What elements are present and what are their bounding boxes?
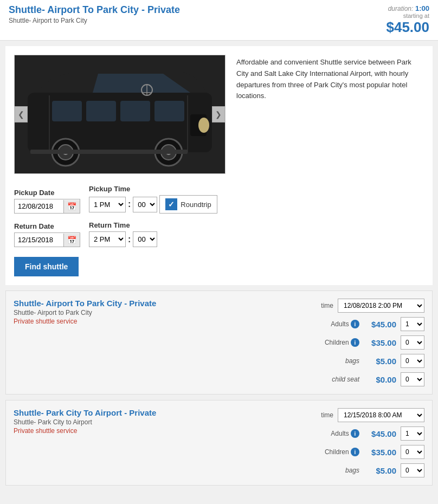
time-select-2[interactable]: 12/15/2018 8:00 AM — [338, 408, 424, 422]
time-colon-2: : — [128, 235, 131, 244]
children-label-2: Children i — [321, 448, 359, 456]
return-date-input-wrapper: 📅 — [14, 232, 80, 247]
bags-qty-1[interactable]: 01234 — [401, 354, 424, 368]
adults-label-1: Adults i — [321, 320, 359, 328]
pickup-row: Pickup Date 📅 Pickup Time 12 AM1 AM2 AM3… — [14, 185, 424, 214]
pickup-time-controls: 12 AM1 AM2 AM3 AM 4 AM5 AM6 AM7 AM 8 AM9… — [89, 195, 217, 214]
children-info-icon-2[interactable]: i — [351, 448, 359, 456]
child-seat-label-1: child seat — [321, 376, 359, 383]
roundtrip-label: Roundtrip — [181, 201, 211, 209]
bags-label-2: bags — [321, 467, 359, 474]
roundtrip-button[interactable]: ✓ Roundtrip — [159, 195, 217, 214]
children-qty-1[interactable]: 01234 — [401, 335, 424, 350]
pickup-min-select[interactable]: 00153045 — [133, 197, 157, 212]
adults-qty-1[interactable]: 012345 — [401, 317, 424, 331]
result-card-1: Shuttle- Airport To Park City - Private … — [5, 290, 433, 395]
return-time-label: Return Time — [89, 221, 157, 229]
child-seat-qty-1[interactable]: 0123 — [401, 372, 424, 386]
result-layout-1: Shuttle- Airport To Park City - Private … — [14, 299, 424, 386]
bags-qty-2[interactable]: 01234 — [401, 463, 424, 477]
pickup-time-label: Pickup Time — [89, 185, 217, 193]
children-row-2: Children i $35.00 01234 — [262, 445, 424, 459]
return-hour-select[interactable]: 12 AM1 AM2 AM3 AM 4 AM5 AM6 AM7 AM 8 AM9… — [89, 231, 126, 247]
header-right: duration: 1:00 starting at $45.00 — [386, 4, 429, 36]
result-controls-1: time 12/08/2018 2:00 PM Adults i $45.00 … — [262, 299, 424, 386]
pickup-date-group: Pickup Date 📅 — [14, 189, 80, 214]
svg-rect-4 — [154, 101, 184, 121]
header-left: Shuttle- Airport To Park City - Private … — [9, 4, 180, 24]
page-title: Shuttle- Airport To Park City - Private — [9, 4, 180, 16]
time-row-1: time 12/08/2018 2:00 PM — [262, 299, 424, 313]
result-info-2: Shuttle- Park City To Airport - Private … — [14, 408, 156, 435]
result-controls-2: time 12/15/2018 8:00 AM Adults i $45.00 … — [262, 408, 424, 477]
find-shuttle-button[interactable]: Find shuttle — [14, 257, 79, 276]
bags-row-2: bags $5.00 01234 — [262, 463, 424, 477]
return-row: Return Date 📅 Return Time 12 AM1 AM2 AM3… — [14, 221, 424, 247]
return-min-select[interactable]: 00153045 — [133, 231, 157, 247]
children-row-1: Children i $35.00 01234 — [262, 335, 424, 350]
duration-value: 1:00 — [415, 4, 429, 12]
pickup-time-group: Pickup Time 12 AM1 AM2 AM3 AM 4 AM5 AM6 … — [89, 185, 217, 214]
result-subtitle-2: Shuttle- Park City to Airport — [14, 418, 156, 426]
image-next-arrow[interactable]: ❯ — [212, 106, 225, 122]
pickup-date-input-wrapper: 📅 — [14, 199, 80, 214]
result-layout-2: Shuttle- Park City To Airport - Private … — [14, 408, 424, 477]
adults-info-icon-2[interactable]: i — [351, 429, 359, 438]
result-title-2[interactable]: Shuttle- Park City To Airport - Private — [14, 408, 156, 417]
children-label-1: Children i — [321, 338, 359, 347]
svg-rect-1 — [52, 101, 82, 121]
time-colon-1: : — [128, 199, 131, 209]
adults-price-1: $45.00 — [364, 320, 396, 329]
return-time-controls: 12 AM1 AM2 AM3 AM 4 AM5 AM6 AM7 AM 8 AM9… — [89, 231, 157, 247]
bags-price-1: $5.00 — [364, 357, 396, 366]
duration-label: duration: — [388, 5, 414, 12]
result-info-1: Shuttle- Airport To Park City - Private … — [14, 299, 156, 325]
time-label-2: time — [295, 411, 333, 419]
time-row-2: time 12/15/2018 8:00 AM — [262, 408, 424, 422]
adults-row-1: Adults i $45.00 012345 — [262, 317, 424, 331]
page-header: Shuttle- Airport To Park City - Private … — [0, 0, 438, 41]
roundtrip-checkmark: ✓ — [165, 198, 177, 210]
time-label-1: time — [295, 302, 333, 309]
pickup-date-calendar-icon[interactable]: 📅 — [63, 200, 80, 213]
children-info-icon-1[interactable]: i — [351, 338, 359, 347]
result-card-2: Shuttle- Park City To Airport - Private … — [5, 400, 433, 486]
pickup-hour-select[interactable]: 12 AM1 AM2 AM3 AM 4 AM5 AM6 AM7 AM 8 AM9… — [89, 197, 126, 212]
return-date-input[interactable] — [15, 233, 63, 247]
return-date-label: Return Date — [14, 222, 80, 230]
result-tag-1: Private shuttle service — [14, 318, 156, 325]
return-date-group: Return Date 📅 — [14, 222, 80, 247]
svg-rect-18 — [30, 150, 188, 154]
children-price-1: $35.00 — [364, 338, 396, 347]
image-prev-arrow[interactable]: ❮ — [15, 106, 28, 122]
bags-price-2: $5.00 — [364, 466, 396, 475]
svg-rect-2 — [86, 101, 116, 121]
bags-row-1: bags $5.00 01234 — [262, 354, 424, 368]
pickup-date-label: Pickup Date — [14, 189, 80, 197]
result-title-1[interactable]: Shuttle- Airport To Park City - Private — [14, 299, 156, 308]
booking-form: Pickup Date 📅 Pickup Time 12 AM1 AM2 AM3… — [14, 185, 424, 276]
return-time-group: Return Time 12 AM1 AM2 AM3 AM 4 AM5 AM6 … — [89, 221, 157, 247]
time-select-1[interactable]: 12/08/2018 2:00 PM — [338, 299, 424, 313]
result-tag-2: Private shuttle service — [14, 427, 156, 435]
svg-point-6 — [198, 118, 209, 133]
shuttle-image: ❮ ❯ — [14, 55, 226, 174]
page-subtitle: Shuttle- Airport to Park City — [9, 17, 180, 24]
image-description-section: ❮ ❯ Affordable and convenient Shuttle se… — [14, 55, 424, 174]
return-date-calendar-icon[interactable]: 📅 — [63, 234, 80, 247]
description-text: Affordable and convenient Shuttle servic… — [236, 55, 424, 174]
starting-label: starting at — [386, 12, 429, 19]
adults-row-2: Adults i $45.00 012345 — [262, 427, 424, 441]
result-subtitle-1: Shuttle- Airport to Park City — [14, 309, 156, 316]
children-qty-2[interactable]: 01234 — [401, 445, 424, 459]
child-seat-row-1: child seat $0.00 0123 — [262, 372, 424, 386]
adults-qty-2[interactable]: 012345 — [401, 427, 424, 441]
pickup-date-input[interactable] — [15, 199, 63, 213]
van-svg — [22, 60, 217, 169]
adults-info-icon-1[interactable]: i — [351, 320, 359, 328]
duration-row: duration: 1:00 — [386, 4, 429, 12]
child-seat-price-1: $0.00 — [364, 375, 396, 384]
main-content: ❮ ❯ Affordable and convenient Shuttle se… — [5, 46, 433, 285]
header-price: $45.00 — [386, 19, 429, 36]
bags-label-1: bags — [321, 357, 359, 365]
